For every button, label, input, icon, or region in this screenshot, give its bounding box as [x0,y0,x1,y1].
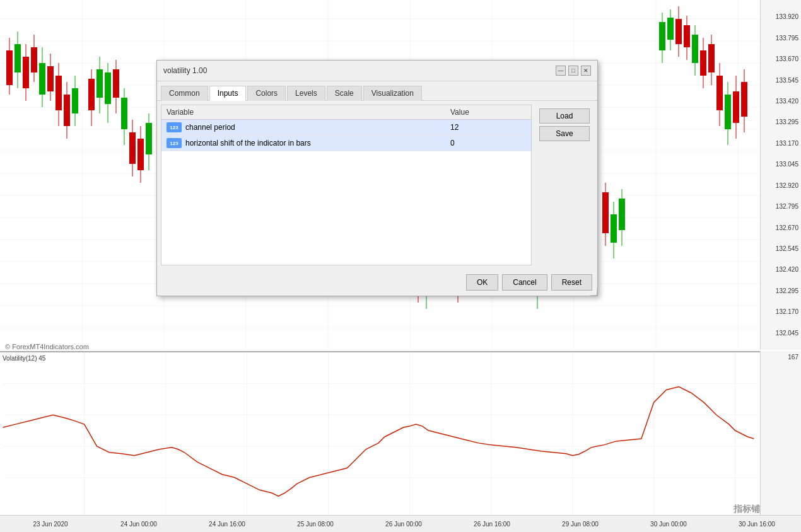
inputs-table: Variable Value 123 channel period 12 123… [161,105,532,265]
table-header: Variable Value [161,105,531,120]
table-empty-space [161,151,531,265]
dialog-titlebar: volatility 1.00 — □ ✕ [157,61,597,81]
tab-inputs[interactable]: Inputs [209,86,247,101]
side-buttons: Load Save [535,105,593,265]
row-variable-1: channel period [185,123,450,132]
dialog-controls: — □ ✕ [556,66,591,76]
col-variable-header: Variable [167,108,450,117]
close-button[interactable]: ✕ [581,66,591,76]
row-icon-2: 123 [167,138,182,148]
row-variable-2: horizontal shift of the indicator in bar… [185,139,450,147]
table-row[interactable]: 123 channel period 12 [161,120,531,136]
reset-button[interactable]: Reset [551,274,592,291]
dialog: volatility 1.00 — □ ✕ Common Inputs Colo… [156,60,598,296]
dialog-title: volatility 1.00 [163,66,207,75]
row-value-2[interactable]: 0 [450,139,526,147]
row-value-1[interactable]: 12 [450,123,526,132]
save-button[interactable]: Save [539,126,590,141]
row-icon-1: 123 [167,122,182,132]
tab-colors[interactable]: Colors [247,86,286,101]
tab-common[interactable]: Common [161,86,208,101]
tab-visualization[interactable]: Visualization [363,86,422,101]
col-value-header: Value [450,108,526,117]
dialog-bottom: OK Cancel Reset [157,269,597,296]
ok-button[interactable]: OK [466,274,498,291]
maximize-button[interactable]: □ [568,66,578,76]
dialog-tabs: Common Inputs Colors Levels Scale Visual… [157,81,597,101]
tab-levels[interactable]: Levels [287,86,325,101]
minimize-button[interactable]: — [556,66,566,76]
load-button[interactable]: Load [539,108,590,124]
tab-scale[interactable]: Scale [327,86,362,101]
dialog-overlay: volatility 1.00 — □ ✕ Common Inputs Colo… [0,0,801,532]
cancel-button[interactable]: Cancel [502,274,547,291]
resize-grip[interactable] [590,288,597,296]
table-row[interactable]: 123 horizontal shift of the indicator in… [161,136,531,151]
